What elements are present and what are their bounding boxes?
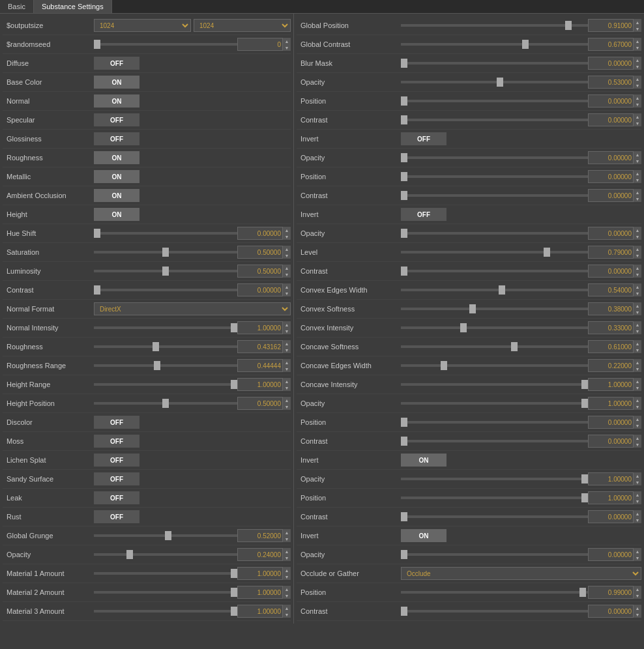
toggle-button[interactable]: OFF (401, 132, 446, 145)
spin-buttons[interactable]: ▲ ▼ (634, 283, 641, 296)
spin-down[interactable]: ▼ (634, 366, 641, 372)
number-input[interactable] (588, 246, 634, 259)
spin-buttons[interactable]: ▲ ▼ (634, 38, 641, 51)
spin-buttons[interactable]: ▲ ▼ (634, 113, 641, 126)
spin-down[interactable]: ▼ (283, 347, 291, 353)
number-input[interactable] (588, 491, 634, 504)
number-input[interactable] (237, 586, 283, 599)
toggle-button[interactable]: OFF (94, 113, 139, 126)
spin-down[interactable]: ▼ (283, 611, 291, 618)
spin-buttons[interactable]: ▲ ▼ (634, 378, 641, 391)
number-input[interactable] (588, 548, 634, 561)
number-input[interactable] (237, 359, 283, 372)
tab-basic[interactable]: Basic (0, 0, 34, 13)
spin-buttons[interactable]: ▲ ▼ (634, 340, 641, 353)
number-input[interactable] (588, 76, 634, 89)
spin-up[interactable]: ▲ (634, 416, 641, 422)
slider-input[interactable] (94, 534, 237, 537)
spin-buttons[interactable]: ▲ ▼ (634, 76, 641, 89)
slider-input[interactable] (401, 43, 588, 46)
spin-down[interactable]: ▼ (283, 44, 291, 51)
spin-down[interactable]: ▼ (634, 403, 641, 410)
spin-buttons[interactable]: ▲ ▼ (283, 38, 291, 51)
spin-up[interactable]: ▲ (634, 38, 641, 44)
toggle-button[interactable]: ON (401, 454, 446, 467)
spin-up[interactable]: ▲ (634, 397, 641, 403)
toggle-button[interactable]: ON (94, 76, 139, 89)
toggle-button[interactable]: ON (94, 151, 139, 164)
spin-up[interactable]: ▲ (283, 283, 291, 290)
spin-buttons[interactable]: ▲ ▼ (283, 227, 291, 240)
spin-buttons[interactable]: ▲ ▼ (283, 340, 291, 353)
spin-down[interactable]: ▼ (634, 611, 641, 618)
slider-input[interactable] (94, 572, 237, 575)
slider-input[interactable] (94, 345, 237, 348)
spin-up[interactable]: ▲ (634, 76, 641, 82)
spin-buttons[interactable]: ▲ ▼ (634, 586, 641, 599)
number-input[interactable] (588, 170, 634, 183)
number-input[interactable] (237, 397, 283, 410)
slider-input[interactable] (401, 289, 588, 291)
slider-input[interactable] (401, 326, 588, 329)
spin-buttons[interactable]: ▲ ▼ (634, 151, 641, 164)
number-input[interactable] (588, 227, 634, 240)
toggle-button[interactable]: OFF (94, 435, 139, 448)
slider-input[interactable] (401, 497, 588, 499)
spin-buttons[interactable]: ▲ ▼ (634, 302, 641, 315)
spin-buttons[interactable]: ▲ ▼ (283, 586, 291, 599)
number-input[interactable] (588, 510, 634, 523)
slider-input[interactable] (401, 591, 588, 594)
slider-input[interactable] (401, 156, 588, 159)
spin-up[interactable]: ▲ (634, 283, 641, 290)
spin-down[interactable]: ▼ (634, 195, 641, 202)
spin-buttons[interactable]: ▲ ▼ (283, 359, 291, 372)
spin-down[interactable]: ▼ (283, 366, 291, 372)
toggle-button[interactable]: ON (94, 170, 139, 183)
slider-input[interactable] (401, 440, 588, 442)
number-input[interactable] (588, 416, 634, 429)
toggle-button[interactable]: OFF (94, 491, 139, 504)
toggle-button[interactable]: OFF (94, 510, 139, 523)
toggle-button[interactable]: OFF (94, 57, 139, 70)
outputsize-select1[interactable]: 512102420484096 (94, 19, 191, 32)
spin-down[interactable]: ▼ (634, 82, 641, 89)
number-input[interactable] (237, 529, 283, 542)
toggle-button[interactable]: ON (94, 94, 139, 108)
slider-input[interactable] (401, 81, 588, 83)
toggle-button[interactable]: OFF (401, 208, 446, 221)
spin-up[interactable]: ▲ (634, 94, 641, 101)
number-input[interactable] (588, 397, 634, 410)
spin-up[interactable]: ▲ (283, 548, 291, 555)
spin-down[interactable]: ▼ (634, 290, 641, 296)
slider-input[interactable] (401, 345, 588, 348)
spin-buttons[interactable]: ▲ ▼ (634, 397, 641, 410)
spin-up[interactable]: ▲ (283, 265, 291, 271)
slider-input[interactable] (94, 232, 237, 235)
spin-up[interactable]: ▲ (283, 246, 291, 252)
slider-input[interactable] (401, 62, 588, 65)
spin-buttons[interactable]: ▲ ▼ (283, 321, 291, 334)
spin-up[interactable]: ▲ (634, 359, 641, 366)
spin-down[interactable]: ▼ (283, 233, 291, 240)
spin-buttons[interactable]: ▲ ▼ (634, 265, 641, 278)
spin-buttons[interactable]: ▲ ▼ (634, 359, 641, 372)
dropdown-select[interactable]: DirectXOpenGL (94, 302, 291, 315)
slider-input[interactable] (401, 383, 588, 386)
slider-input[interactable] (94, 43, 237, 46)
slider-input[interactable] (401, 553, 588, 556)
slider-input[interactable] (94, 289, 237, 291)
number-input[interactable] (237, 321, 283, 334)
spin-buttons[interactable]: ▲ ▼ (634, 435, 641, 448)
slider-input[interactable] (401, 251, 588, 253)
spin-buttons[interactable]: ▲ ▼ (283, 397, 291, 410)
number-input[interactable] (588, 94, 634, 108)
slider-input[interactable] (401, 100, 588, 102)
spin-down[interactable]: ▼ (634, 309, 641, 315)
slider-input[interactable] (94, 402, 237, 405)
slider-input[interactable] (401, 364, 588, 367)
spin-down[interactable]: ▼ (634, 25, 641, 32)
spin-down[interactable]: ▼ (634, 347, 641, 353)
spin-up[interactable]: ▲ (634, 340, 641, 347)
slider-input[interactable] (94, 610, 237, 613)
number-input[interactable] (588, 113, 634, 126)
